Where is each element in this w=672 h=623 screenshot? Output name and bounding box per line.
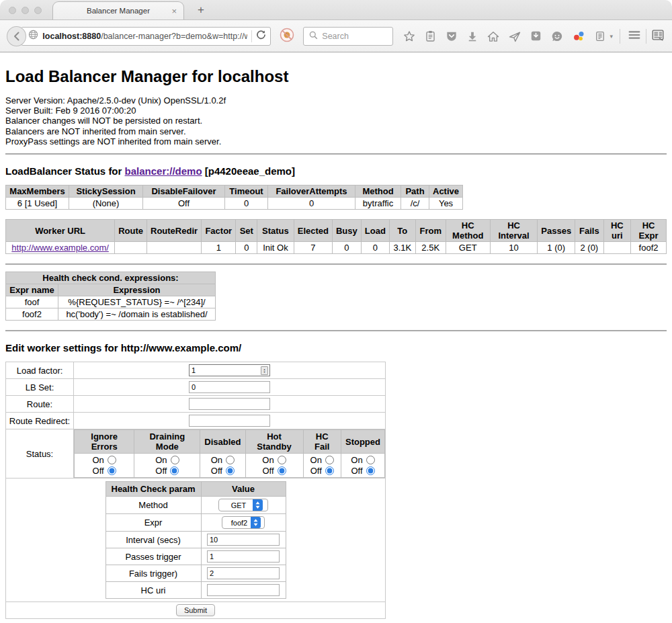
chevron-down-icon[interactable]: ▾	[610, 33, 614, 40]
reload-icon[interactable]	[256, 30, 266, 42]
worker-table: Worker URL Route RouteRedir Factor Set S…	[5, 219, 667, 254]
firefox-account-icon[interactable]	[572, 29, 586, 43]
url-bar[interactable]: localhost:8880/balancer-manager?b=demo&w…	[21, 27, 271, 46]
method-select[interactable]: GET	[218, 499, 268, 511]
load-factor-input[interactable]	[189, 364, 270, 376]
close-window-button[interactable]	[9, 7, 16, 14]
cell	[147, 242, 202, 254]
expr-select[interactable]: foof2	[222, 516, 265, 529]
col-header: RouteRedir	[147, 220, 202, 242]
col-header: HC uri	[603, 220, 631, 242]
col-header: Factor	[202, 220, 236, 242]
col-header: Elected	[294, 220, 332, 242]
expr-row: foof2 hc('body') =~ /domain is establish…	[6, 308, 216, 321]
status-col-header: Stopped	[341, 430, 384, 454]
cell: 7	[294, 242, 332, 254]
route-redirect-input[interactable]	[189, 415, 270, 427]
zoom-window-button[interactable]	[34, 7, 42, 14]
tab-close-icon[interactable]: ×	[171, 7, 177, 15]
form-row: Expr foof2	[106, 514, 286, 532]
reading-list-icon[interactable]	[424, 30, 437, 42]
form-row: Load factor: ▲▼	[6, 362, 386, 379]
cell: 0	[225, 198, 268, 210]
col-header: Worker URL	[6, 220, 115, 242]
select-arrows-icon	[253, 499, 263, 511]
disabled-on-radio[interactable]	[226, 456, 235, 464]
status-col-header: Draining Mode	[134, 430, 200, 454]
hc-expressions-table: Health check cond. expressions: Expr nam…	[5, 272, 216, 321]
ignore-errors-off-radio[interactable]	[108, 466, 116, 475]
new-tab-button[interactable]: +	[194, 3, 208, 17]
downloads-panel-icon[interactable]	[530, 30, 542, 42]
hc-fail-off-radio[interactable]	[325, 466, 334, 475]
form-row: Interval (secs)	[106, 532, 286, 548]
draining-mode-off-radio[interactable]	[170, 466, 179, 475]
fails-input[interactable]	[207, 567, 280, 579]
content-blocker-icon[interactable]	[279, 27, 295, 46]
submit-button[interactable]: Submit	[176, 604, 215, 616]
cell: 6 [1 Used]	[6, 198, 69, 210]
hc-fail-on-radio[interactable]	[325, 456, 334, 464]
home-icon[interactable]	[487, 30, 500, 43]
balancer-status-heading: LoadBalancer Status for balancer://demo …	[5, 165, 667, 177]
worker-url-link[interactable]: http://www.example.com/	[11, 243, 109, 253]
cell	[115, 242, 147, 254]
ignore-errors-on-radio[interactable]	[108, 456, 116, 464]
expr-value: hc('body') =~ /domain is established/	[58, 308, 216, 321]
col-header: DisableFailover	[143, 185, 225, 198]
draining-mode-on-radio[interactable]	[171, 456, 179, 464]
col-header: To	[389, 220, 415, 242]
passes-input[interactable]	[207, 550, 280, 563]
hot-standby-on-radio[interactable]	[278, 456, 286, 464]
col-header: Health Check param	[106, 482, 201, 497]
col-header: Load	[361, 220, 389, 242]
send-tab-icon[interactable]	[508, 30, 521, 43]
url-text[interactable]: localhost:8880/balancer-manager?b=demo&w…	[42, 32, 247, 41]
select-arrows-icon	[251, 517, 261, 528]
page-content: Load Balancer Manager for localhost Serv…	[0, 52, 672, 623]
balancer-link[interactable]: balancer://demo	[125, 165, 202, 177]
toolbar-divider	[620, 29, 620, 44]
pocket-icon[interactable]	[445, 30, 458, 43]
form-row: Method GET	[106, 497, 286, 514]
cell: 0	[361, 242, 389, 254]
minimize-window-button[interactable]	[22, 7, 29, 14]
number-stepper-icon[interactable]: ▲▼	[261, 366, 268, 375]
server-info-line: Server Version: Apache/2.5.0-dev (Unix) …	[5, 95, 667, 106]
cell: 1	[202, 242, 236, 254]
stopped-on-radio[interactable]	[366, 456, 375, 464]
menu-hamburger-icon[interactable]	[627, 28, 642, 45]
interval-input[interactable]	[207, 534, 280, 546]
back-button[interactable]	[7, 26, 26, 46]
disabled-off-radio[interactable]	[226, 466, 235, 475]
browser-tab[interactable]: Balancer Manager ×	[52, 1, 184, 19]
stopped-off-radio[interactable]	[366, 466, 375, 475]
lb-set-input[interactable]	[189, 381, 270, 393]
col-header: Passes	[538, 220, 575, 242]
form-row: HC uri	[106, 582, 286, 599]
expr-value: %{REQUEST_STATUS} =~ /^[234]/	[58, 296, 216, 308]
form-row: Status: Ignore Errors Draining Mode Disa…	[6, 429, 386, 479]
status-table: Ignore Errors Draining Mode Disabled Hot…	[74, 429, 385, 478]
downloads-icon[interactable]	[466, 30, 478, 42]
form-row: Passes trigger	[106, 548, 286, 565]
search-input[interactable]: Search	[303, 27, 392, 46]
window-controls[interactable]	[9, 7, 42, 14]
bookmark-star-icon[interactable]	[403, 30, 416, 43]
cell: 0	[236, 242, 257, 254]
route-input[interactable]	[189, 398, 270, 410]
expr-label: Expr	[106, 514, 201, 532]
interval-label: Interval (secs)	[106, 532, 201, 548]
hc-expressions-title: Health check cond. expressions:	[6, 272, 216, 284]
search-icon	[309, 31, 318, 42]
server-info-line: Server Built: Feb 9 2016 07:00:20	[5, 106, 667, 116]
sidebar-panel-icon[interactable]	[594, 30, 606, 42]
edit-worker-heading: Edit worker settings for http://www.exam…	[5, 342, 667, 354]
hc-uri-input[interactable]	[207, 584, 280, 596]
page-title: Load Balancer Manager for localhost	[5, 67, 667, 86]
hello-chat-icon[interactable]	[550, 30, 564, 43]
hot-standby-off-radio[interactable]	[278, 466, 286, 475]
cell: 2 (0)	[575, 242, 603, 254]
status-col-header: HC Fail	[303, 430, 341, 454]
newspaper-icon[interactable]	[650, 28, 665, 45]
